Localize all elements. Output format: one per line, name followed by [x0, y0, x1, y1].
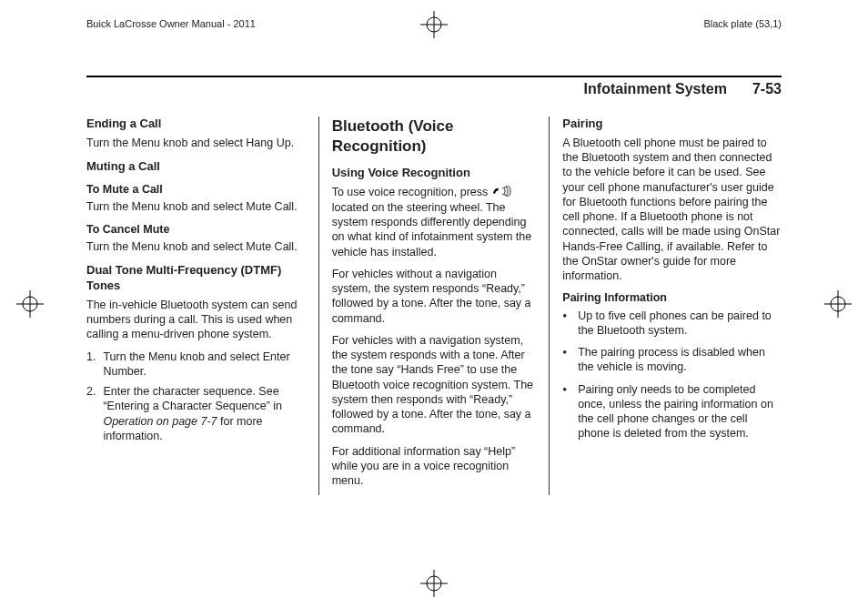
list-text: Turn the Menu knob and select Enter Numb…: [103, 350, 305, 380]
list-text: Enter the character sequence. See “Enter…: [103, 384, 305, 443]
heading-pairing-info: Pairing Information: [562, 290, 782, 305]
list-item: 1. Turn the Menu knob and select Enter N…: [86, 350, 306, 380]
body-text: For additional information say “Help” wh…: [332, 444, 537, 489]
manual-title: Buick LaCrosse Owner Manual - 2011: [86, 18, 256, 29]
list-text: Up to five cell phones can be paired to …: [578, 309, 782, 339]
heading-ending-call: Ending a Call: [86, 117, 306, 132]
bullet-icon: ●: [562, 345, 567, 375]
registration-mark-right: [824, 290, 852, 318]
registration-mark-left: [16, 290, 44, 318]
heading-using-voice: Using Voice Recognition: [332, 166, 537, 181]
section-title: Infotainment System: [584, 81, 727, 97]
list-text: Pairing only needs to be completed once,…: [578, 382, 782, 441]
body-text: Turn the Menu knob and select Hang Up.: [86, 136, 306, 150]
body-text: A Bluetooth cell phone must be paired to…: [562, 136, 782, 284]
column-2: Bluetooth (Voice Recognition) Using Voic…: [318, 117, 550, 495]
list-text: The pairing process is disabled when the…: [578, 345, 782, 375]
subheading-to-mute: To Mute a Call: [86, 182, 306, 197]
list-item: ● Up to five cell phones can be paired t…: [562, 309, 782, 339]
heading-bluetooth-voice: Bluetooth (Voice Recognition): [332, 117, 537, 157]
registration-mark-bottom: [420, 570, 448, 597]
body-text: Turn the Menu knob and select Mute Call.: [86, 199, 306, 214]
column-1: Ending a Call Turn the Menu knob and sel…: [86, 117, 318, 495]
body-text: Turn the Menu knob and select Mute Call.: [86, 239, 306, 254]
content-columns: Ending a Call Turn the Menu knob and sel…: [86, 117, 782, 495]
page-header: Infotainment System 7-53: [86, 76, 782, 97]
voice-button-icon: [491, 186, 511, 200]
body-text: To use voice recognition, press located …: [332, 185, 537, 259]
heading-muting-call: Muting a Call: [86, 159, 306, 175]
list-item: 2. Enter the character sequence. See “En…: [86, 384, 306, 443]
list-item: ● Pairing only needs to be completed onc…: [562, 382, 782, 441]
list-number: 1.: [86, 350, 96, 380]
plate-info: Black plate (53,1): [703, 18, 782, 29]
heading-pairing: Pairing: [562, 117, 782, 132]
bullet-icon: ●: [562, 382, 567, 441]
cross-reference: Operation on page 7-7: [103, 415, 217, 428]
list-item: ● The pairing process is disabled when t…: [562, 345, 782, 375]
body-text: For vehicles without a navigation system…: [332, 267, 537, 326]
body-text: The in-vehicle Bluetooth system can send…: [86, 298, 306, 342]
list-number: 2.: [86, 384, 96, 443]
bullet-icon: ●: [562, 309, 567, 339]
registration-mark-top: [420, 11, 448, 38]
heading-dtmf: Dual Tone Multi-Frequency (DTMF) Tones: [86, 263, 306, 294]
column-3: Pairing A Bluetooth cell phone must be p…: [550, 117, 782, 495]
page-number: 7-53: [752, 81, 782, 97]
body-text: For vehicles with a navigation system, t…: [332, 333, 537, 437]
subheading-cancel-mute: To Cancel Mute: [86, 222, 306, 237]
